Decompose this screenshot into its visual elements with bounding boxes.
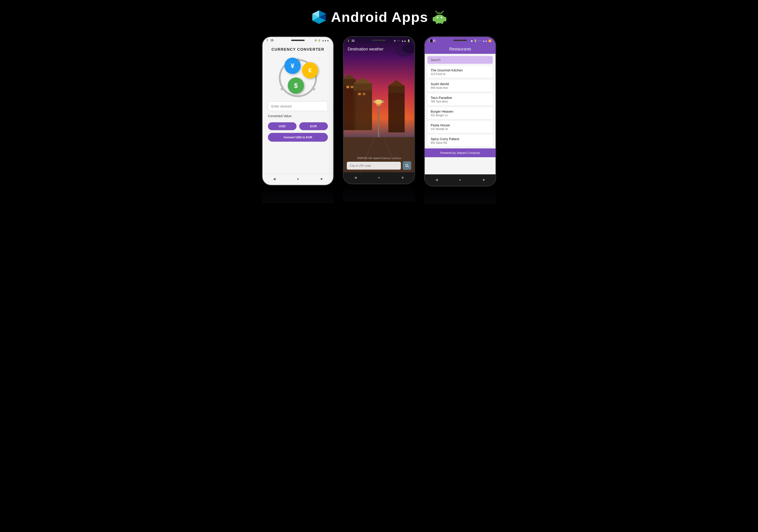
usd-button[interactable]: USD — [268, 122, 296, 130]
currency-title: CURRENCY CONVERTER — [271, 47, 325, 52]
search-icon — [405, 163, 409, 168]
restaurant-address: 852 Spice Rd. — [431, 141, 490, 144]
phone-restaurants: 10:01 ▶ 🔋 ··· ▲▲ 📶 Restaurants Search — [424, 36, 496, 204]
android-icon — [432, 10, 447, 24]
svg-point-33 — [376, 100, 382, 106]
svg-point-8 — [437, 17, 438, 18]
page-header: Android Apps — [311, 9, 447, 25]
svg-line-11 — [441, 11, 443, 13]
svg-rect-7 — [434, 17, 445, 21]
weather-search-button[interactable] — [403, 161, 411, 170]
powered-bar: Powered by Jetpack Compose — [425, 149, 496, 157]
status-bar-1: 10:15 ⚙ 🔋 ▲▲▲ — [262, 37, 333, 43]
weather-scene-svg — [344, 37, 414, 172]
svg-marker-29 — [388, 80, 404, 86]
svg-point-9 — [441, 17, 442, 18]
nav-bar-3: ◀ ● ■ — [425, 174, 496, 186]
signal-icon-2: ▲▲ — [401, 39, 406, 42]
page-title: Android Apps — [331, 9, 428, 25]
restaurant-list: The Gourmet Kitchen 123 Food St. Sushi W… — [425, 66, 496, 147]
status-bar-2: 10:22 ⚙ ··· ▲▲ 🔋 — [344, 37, 414, 44]
back-button-1[interactable]: ◀ — [272, 176, 277, 181]
list-item[interactable]: Burger Heaven 321 Burger Ln. — [428, 107, 493, 119]
currency-screen: CURRENCY CONVERTER ¥ € $ — [262, 43, 333, 174]
phone1-shell: 10:15 ⚙ 🔋 ▲▲▲ CURRENCY CONVERTER — [262, 36, 334, 185]
eur-button[interactable]: EUR — [299, 122, 328, 130]
camera-dot-1 — [267, 39, 271, 42]
svg-rect-28 — [388, 86, 404, 93]
svg-rect-25 — [353, 83, 372, 90]
home-button-2[interactable]: ● — [376, 175, 382, 180]
svg-rect-37 — [346, 86, 349, 88]
svg-rect-24 — [353, 88, 372, 130]
phone1-reflection — [262, 185, 334, 203]
home-button-3[interactable]: ● — [458, 177, 463, 182]
weather-title-overlay: Destination weather — [344, 45, 414, 53]
three-dots-2: ··· — [397, 39, 400, 43]
status-bar-3: 10:01 ▶ 🔋 ··· ▲▲ 📶 — [425, 37, 496, 44]
phone-weather: 10:22 ⚙ ··· ▲▲ 🔋 — [343, 36, 415, 202]
camera-dot-2 — [349, 39, 352, 42]
phone-currency: 10:15 ⚙ 🔋 ▲▲▲ CURRENCY CONVERTER — [262, 36, 334, 203]
jetpack-icon — [311, 9, 327, 25]
svg-rect-39 — [358, 93, 361, 95]
list-item[interactable]: Spicy Curry Palace 852 Spice Rd. — [428, 135, 493, 147]
restaurant-address: 456 Sushi Ave. — [431, 86, 490, 89]
convert-button[interactable]: Convert USD to EUR — [268, 133, 328, 142]
restaurant-name: Sushi World — [431, 82, 490, 86]
restaurant-address: 123 Food St. — [431, 73, 490, 76]
restaurant-name: Pasta House — [431, 123, 490, 127]
yen-coin: ¥ — [284, 58, 300, 74]
phone3-reflection — [424, 186, 496, 204]
restaurant-name: The Gourmet Kitchen — [431, 68, 490, 72]
svg-rect-27 — [388, 90, 404, 132]
nav-bar-2: ◀ ● ■ — [344, 172, 414, 183]
weather-screen: Destination weather TAMPERE UNI. Applied… — [344, 37, 414, 172]
currency-coins: ¥ € $ — [275, 55, 321, 96]
city-zip-input[interactable] — [347, 162, 401, 170]
recents-button-1[interactable]: ■ — [319, 176, 324, 181]
restaurant-search-bar[interactable]: Search — [428, 56, 493, 64]
dollar-coin: $ — [288, 78, 304, 94]
signal-icon-1: ▲▲▲ — [322, 39, 329, 42]
three-dots-3: ··· — [478, 39, 482, 43]
weather-destination-title: Destination weather — [348, 47, 384, 51]
svg-rect-15 — [441, 21, 443, 24]
back-button-3[interactable]: ◀ — [434, 177, 439, 182]
svg-rect-40 — [363, 93, 365, 95]
weather-search-bar — [347, 161, 411, 170]
svg-rect-13 — [444, 17, 446, 22]
svg-line-42 — [408, 166, 408, 167]
list-item[interactable]: The Gourmet Kitchen 123 Food St. — [428, 66, 493, 78]
svg-marker-23 — [344, 74, 356, 79]
list-item[interactable]: Taco Paradise 789 Taco Blvd. — [428, 93, 493, 105]
phone2-reflection — [343, 184, 415, 202]
svg-rect-38 — [351, 86, 353, 88]
status-icons-1: ⚙ 🔋 ▲▲▲ — [315, 39, 329, 42]
svg-rect-14 — [436, 21, 438, 24]
battery-icon-3: 🔋 — [474, 39, 477, 42]
svg-line-10 — [435, 11, 437, 13]
recents-button-2[interactable]: ■ — [400, 175, 405, 180]
phone3-shell: 10:01 ▶ 🔋 ··· ▲▲ 📶 Restaurants Search — [424, 36, 496, 186]
currency-buttons: USD EUR — [268, 122, 328, 130]
amount-input[interactable] — [268, 101, 328, 111]
camera-dot-3 — [430, 39, 433, 42]
restaurant-address: 321 Burger Ln. — [431, 114, 490, 117]
restaurant-app-title: Restaurants — [449, 47, 471, 51]
home-button-1[interactable]: ● — [295, 176, 300, 181]
restaurant-address: 147 Noodle St. — [431, 127, 490, 131]
svg-point-41 — [406, 164, 408, 167]
wifi-icon-2: 🔋 — [407, 39, 410, 42]
restaurant-name: Taco Paradise — [431, 96, 490, 100]
list-item[interactable]: Sushi World 456 Sushi Ave. — [428, 80, 493, 92]
play-icon-3: ▶ — [471, 39, 473, 42]
status-icons-2: ⚙ ··· ▲▲ 🔋 — [394, 39, 410, 43]
converted-label: Converted Value: — [268, 114, 292, 118]
back-button-2[interactable]: ◀ — [353, 175, 358, 180]
list-item[interactable]: Pasta House 147 Noodle St. — [428, 121, 493, 133]
signal-icon-3: ▲▲ — [482, 39, 487, 42]
restaurant-name: Burger Heaven — [431, 110, 490, 113]
phone2-shell: 10:22 ⚙ ··· ▲▲ 🔋 — [343, 36, 415, 184]
recents-button-3[interactable]: ■ — [481, 177, 486, 182]
